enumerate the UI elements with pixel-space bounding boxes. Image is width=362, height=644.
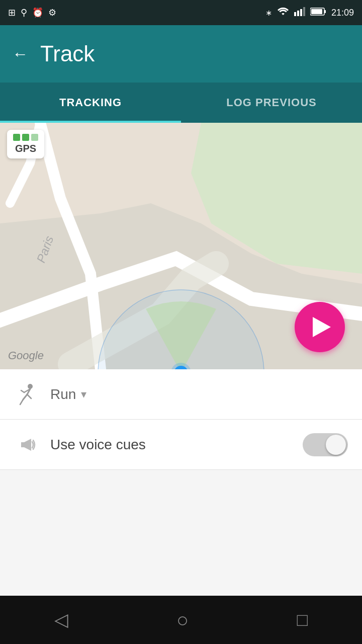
activity-row[interactable]: Run ▾	[0, 369, 362, 420]
svg-rect-2	[300, 9, 302, 16]
tab-log-previous[interactable]: LOG PREVIOUS	[181, 83, 362, 123]
start-tracking-button[interactable]	[295, 302, 345, 352]
gps-dot-2	[22, 134, 29, 141]
gps-badge: GPS	[7, 130, 44, 158]
voice-cues-label: Use voice cues	[50, 437, 303, 453]
toggle-knob	[326, 435, 346, 455]
dropdown-icon: ▾	[81, 388, 86, 401]
svg-line-18	[21, 390, 24, 392]
svg-line-15	[20, 399, 23, 405]
run-icon	[14, 381, 40, 408]
svg-rect-0	[294, 12, 296, 16]
tabs-container: TRACKING LOG PREVIOUS	[0, 83, 362, 123]
app-bar: ← Track	[0, 25, 362, 83]
activity-selector[interactable]: Run ▾	[50, 386, 86, 403]
svg-rect-5	[324, 10, 326, 13]
page-title: Track	[40, 41, 95, 66]
nav-recent-button[interactable]: □	[297, 609, 308, 630]
svg-rect-6	[311, 9, 322, 14]
voice-cues-toggle[interactable]	[303, 433, 348, 456]
status-left-icons: ⊞ ⚲ ⏰ ⚙	[8, 7, 56, 18]
svg-point-12	[28, 384, 33, 389]
status-bar: ⊞ ⚲ ⏰ ⚙ ∗ 21	[0, 0, 362, 25]
back-button[interactable]: ←	[12, 45, 28, 63]
play-icon	[313, 317, 331, 337]
photo-icon: ⊞	[8, 7, 16, 18]
wifi-icon	[277, 7, 289, 18]
svg-rect-1	[297, 11, 299, 16]
gps-dot-3	[31, 134, 38, 141]
svg-line-14	[23, 394, 27, 399]
google-logo: Google	[8, 349, 44, 362]
svg-line-16	[27, 394, 31, 398]
signal-icon	[294, 7, 305, 18]
gps-dot-1	[13, 134, 20, 141]
settings-panel: Run ▾ Use voice cues	[0, 369, 362, 470]
clock: 21:09	[331, 8, 354, 18]
map-view: Paris GPS Google	[0, 123, 362, 369]
svg-rect-3	[303, 7, 305, 16]
nav-bar: ◁ ○ □	[0, 596, 362, 644]
battery-icon	[310, 7, 326, 18]
nav-home-button[interactable]: ○	[176, 609, 189, 631]
settings-icon: ⚙	[48, 7, 56, 18]
bluetooth-icon: ∗	[265, 8, 272, 18]
activity-label: Run	[50, 386, 76, 403]
alarm-icon: ⏰	[32, 7, 43, 18]
gps-label: GPS	[15, 143, 36, 154]
location-icon: ⚲	[21, 7, 27, 18]
megaphone-icon	[14, 432, 40, 458]
voice-cues-row: Use voice cues	[0, 420, 362, 470]
tab-tracking[interactable]: TRACKING	[0, 83, 181, 123]
nav-back-button[interactable]: ◁	[54, 609, 68, 630]
status-right-icons: ∗ 21:09	[265, 7, 354, 18]
gps-signal-dots	[13, 134, 38, 141]
